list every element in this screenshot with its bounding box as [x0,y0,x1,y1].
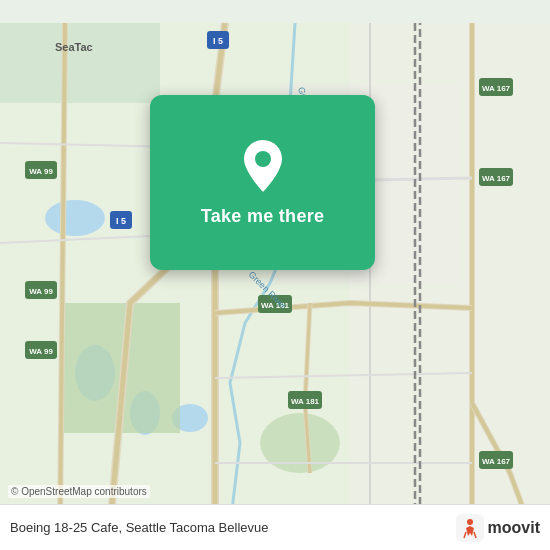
svg-text:WA 167: WA 167 [482,457,511,466]
moovit-logo: moovit [456,514,540,542]
bottom-bar: Boeing 18-25 Cafe, Seattle Tacoma Bellev… [0,504,550,550]
svg-point-1 [45,200,105,236]
svg-text:WA 99: WA 99 [29,347,53,356]
map-container: I 5 I 5 I 5 WA 99 WA 99 WA 99 WA 181 WA … [0,0,550,550]
svg-text:WA 181: WA 181 [291,397,320,406]
location-pin-icon [239,138,287,194]
take-me-there-button[interactable]: Take me there [201,206,325,227]
svg-text:WA 99: WA 99 [29,287,53,296]
svg-point-47 [467,519,473,525]
svg-text:I 5: I 5 [116,216,126,226]
action-card: Take me there [150,95,375,270]
moovit-icon [456,514,484,542]
svg-text:WA 99: WA 99 [29,167,53,176]
svg-rect-5 [0,23,160,103]
svg-text:WA 167: WA 167 [482,84,511,93]
location-label: Boeing 18-25 Cafe, Seattle Tacoma Bellev… [10,520,268,535]
copyright-notice: © OpenStreetMap contributors [8,485,150,498]
map-background: I 5 I 5 I 5 WA 99 WA 99 WA 99 WA 181 WA … [0,0,550,550]
svg-text:WA 167: WA 167 [482,174,511,183]
svg-text:SeaTac: SeaTac [55,41,93,53]
svg-rect-9 [350,23,550,527]
svg-text:I 5: I 5 [213,36,223,46]
moovit-brand-name: moovit [488,519,540,537]
svg-point-45 [255,151,271,167]
